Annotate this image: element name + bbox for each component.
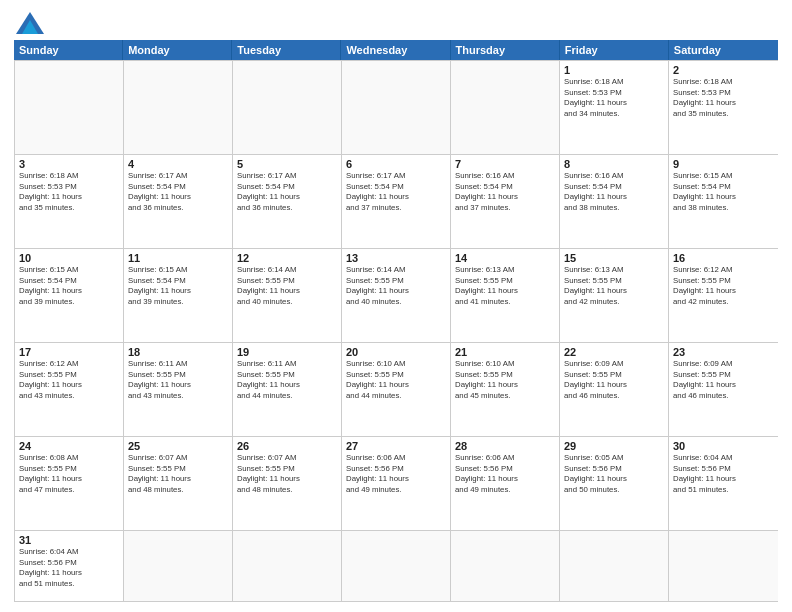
calendar-cell: 25Sunrise: 6:07 AM Sunset: 5:55 PM Dayli… xyxy=(124,437,233,530)
calendar-cell: 17Sunrise: 6:12 AM Sunset: 5:55 PM Dayli… xyxy=(15,343,124,436)
day-detail: Sunrise: 6:12 AM Sunset: 5:55 PM Dayligh… xyxy=(673,265,774,307)
day-detail: Sunrise: 6:13 AM Sunset: 5:55 PM Dayligh… xyxy=(455,265,555,307)
calendar-body: 1Sunrise: 6:18 AM Sunset: 5:53 PM Daylig… xyxy=(14,60,778,602)
calendar-cell: 23Sunrise: 6:09 AM Sunset: 5:55 PM Dayli… xyxy=(669,343,778,436)
logo-area xyxy=(14,12,44,34)
day-number: 17 xyxy=(19,346,119,358)
day-number: 26 xyxy=(237,440,337,452)
day-number: 3 xyxy=(19,158,119,170)
calendar-cell: 15Sunrise: 6:13 AM Sunset: 5:55 PM Dayli… xyxy=(560,249,669,342)
day-number: 23 xyxy=(673,346,774,358)
day-number: 24 xyxy=(19,440,119,452)
day-number: 19 xyxy=(237,346,337,358)
day-detail: Sunrise: 6:07 AM Sunset: 5:55 PM Dayligh… xyxy=(128,453,228,495)
day-detail: Sunrise: 6:12 AM Sunset: 5:55 PM Dayligh… xyxy=(19,359,119,401)
calendar-header: SundayMondayTuesdayWednesdayThursdayFrid… xyxy=(14,40,778,60)
calendar-cell: 16Sunrise: 6:12 AM Sunset: 5:55 PM Dayli… xyxy=(669,249,778,342)
header-cell-saturday: Saturday xyxy=(669,40,778,60)
day-number: 29 xyxy=(564,440,664,452)
calendar-cell xyxy=(342,61,451,154)
calendar-cell: 30Sunrise: 6:04 AM Sunset: 5:56 PM Dayli… xyxy=(669,437,778,530)
day-detail: Sunrise: 6:15 AM Sunset: 5:54 PM Dayligh… xyxy=(19,265,119,307)
day-number: 30 xyxy=(673,440,774,452)
day-detail: Sunrise: 6:14 AM Sunset: 5:55 PM Dayligh… xyxy=(237,265,337,307)
calendar-cell: 21Sunrise: 6:10 AM Sunset: 5:55 PM Dayli… xyxy=(451,343,560,436)
calendar-cell: 24Sunrise: 6:08 AM Sunset: 5:55 PM Dayli… xyxy=(15,437,124,530)
logo-icon xyxy=(16,12,44,34)
day-detail: Sunrise: 6:04 AM Sunset: 5:56 PM Dayligh… xyxy=(19,547,119,589)
day-detail: Sunrise: 6:14 AM Sunset: 5:55 PM Dayligh… xyxy=(346,265,446,307)
header-cell-monday: Monday xyxy=(123,40,232,60)
day-number: 6 xyxy=(346,158,446,170)
day-number: 27 xyxy=(346,440,446,452)
calendar-cell: 1Sunrise: 6:18 AM Sunset: 5:53 PM Daylig… xyxy=(560,61,669,154)
day-number: 4 xyxy=(128,158,228,170)
calendar-row-5: 31Sunrise: 6:04 AM Sunset: 5:56 PM Dayli… xyxy=(15,530,778,601)
day-detail: Sunrise: 6:17 AM Sunset: 5:54 PM Dayligh… xyxy=(128,171,228,213)
calendar-cell: 2Sunrise: 6:18 AM Sunset: 5:53 PM Daylig… xyxy=(669,61,778,154)
calendar-cell xyxy=(233,531,342,601)
day-detail: Sunrise: 6:15 AM Sunset: 5:54 PM Dayligh… xyxy=(673,171,774,213)
day-number: 10 xyxy=(19,252,119,264)
calendar-cell xyxy=(124,61,233,154)
day-detail: Sunrise: 6:04 AM Sunset: 5:56 PM Dayligh… xyxy=(673,453,774,495)
calendar-cell xyxy=(669,531,778,601)
calendar-cell: 18Sunrise: 6:11 AM Sunset: 5:55 PM Dayli… xyxy=(124,343,233,436)
calendar-cell: 4Sunrise: 6:17 AM Sunset: 5:54 PM Daylig… xyxy=(124,155,233,248)
day-detail: Sunrise: 6:18 AM Sunset: 5:53 PM Dayligh… xyxy=(673,77,774,119)
day-number: 25 xyxy=(128,440,228,452)
calendar-cell: 10Sunrise: 6:15 AM Sunset: 5:54 PM Dayli… xyxy=(15,249,124,342)
day-number: 20 xyxy=(346,346,446,358)
day-number: 31 xyxy=(19,534,119,546)
calendar-cell: 26Sunrise: 6:07 AM Sunset: 5:55 PM Dayli… xyxy=(233,437,342,530)
day-detail: Sunrise: 6:16 AM Sunset: 5:54 PM Dayligh… xyxy=(564,171,664,213)
day-detail: Sunrise: 6:07 AM Sunset: 5:55 PM Dayligh… xyxy=(237,453,337,495)
header-cell-sunday: Sunday xyxy=(14,40,123,60)
calendar-cell: 19Sunrise: 6:11 AM Sunset: 5:55 PM Dayli… xyxy=(233,343,342,436)
day-detail: Sunrise: 6:09 AM Sunset: 5:55 PM Dayligh… xyxy=(564,359,664,401)
day-number: 1 xyxy=(564,64,664,76)
calendar-row-4: 24Sunrise: 6:08 AM Sunset: 5:55 PM Dayli… xyxy=(15,436,778,530)
day-detail: Sunrise: 6:11 AM Sunset: 5:55 PM Dayligh… xyxy=(128,359,228,401)
day-detail: Sunrise: 6:10 AM Sunset: 5:55 PM Dayligh… xyxy=(455,359,555,401)
day-detail: Sunrise: 6:18 AM Sunset: 5:53 PM Dayligh… xyxy=(19,171,119,213)
day-detail: Sunrise: 6:17 AM Sunset: 5:54 PM Dayligh… xyxy=(346,171,446,213)
day-detail: Sunrise: 6:09 AM Sunset: 5:55 PM Dayligh… xyxy=(673,359,774,401)
calendar-cell: 29Sunrise: 6:05 AM Sunset: 5:56 PM Dayli… xyxy=(560,437,669,530)
day-detail: Sunrise: 6:08 AM Sunset: 5:55 PM Dayligh… xyxy=(19,453,119,495)
calendar-cell: 5Sunrise: 6:17 AM Sunset: 5:54 PM Daylig… xyxy=(233,155,342,248)
calendar-cell: 11Sunrise: 6:15 AM Sunset: 5:54 PM Dayli… xyxy=(124,249,233,342)
calendar-row-3: 17Sunrise: 6:12 AM Sunset: 5:55 PM Dayli… xyxy=(15,342,778,436)
day-number: 9 xyxy=(673,158,774,170)
day-number: 7 xyxy=(455,158,555,170)
day-number: 15 xyxy=(564,252,664,264)
day-detail: Sunrise: 6:05 AM Sunset: 5:56 PM Dayligh… xyxy=(564,453,664,495)
calendar-cell: 7Sunrise: 6:16 AM Sunset: 5:54 PM Daylig… xyxy=(451,155,560,248)
day-detail: Sunrise: 6:06 AM Sunset: 5:56 PM Dayligh… xyxy=(455,453,555,495)
day-number: 21 xyxy=(455,346,555,358)
day-detail: Sunrise: 6:15 AM Sunset: 5:54 PM Dayligh… xyxy=(128,265,228,307)
day-number: 12 xyxy=(237,252,337,264)
day-number: 28 xyxy=(455,440,555,452)
day-number: 16 xyxy=(673,252,774,264)
calendar-row-2: 10Sunrise: 6:15 AM Sunset: 5:54 PM Dayli… xyxy=(15,248,778,342)
calendar-cell: 3Sunrise: 6:18 AM Sunset: 5:53 PM Daylig… xyxy=(15,155,124,248)
calendar: SundayMondayTuesdayWednesdayThursdayFrid… xyxy=(14,40,778,602)
day-detail: Sunrise: 6:13 AM Sunset: 5:55 PM Dayligh… xyxy=(564,265,664,307)
day-number: 18 xyxy=(128,346,228,358)
calendar-cell: 14Sunrise: 6:13 AM Sunset: 5:55 PM Dayli… xyxy=(451,249,560,342)
calendar-cell: 28Sunrise: 6:06 AM Sunset: 5:56 PM Dayli… xyxy=(451,437,560,530)
header-cell-wednesday: Wednesday xyxy=(341,40,450,60)
calendar-cell: 6Sunrise: 6:17 AM Sunset: 5:54 PM Daylig… xyxy=(342,155,451,248)
day-detail: Sunrise: 6:10 AM Sunset: 5:55 PM Dayligh… xyxy=(346,359,446,401)
calendar-cell: 20Sunrise: 6:10 AM Sunset: 5:55 PM Dayli… xyxy=(342,343,451,436)
day-detail: Sunrise: 6:18 AM Sunset: 5:53 PM Dayligh… xyxy=(564,77,664,119)
day-number: 22 xyxy=(564,346,664,358)
calendar-cell: 9Sunrise: 6:15 AM Sunset: 5:54 PM Daylig… xyxy=(669,155,778,248)
day-number: 11 xyxy=(128,252,228,264)
calendar-cell xyxy=(342,531,451,601)
calendar-cell: 13Sunrise: 6:14 AM Sunset: 5:55 PM Dayli… xyxy=(342,249,451,342)
header-cell-tuesday: Tuesday xyxy=(232,40,341,60)
calendar-row-1: 3Sunrise: 6:18 AM Sunset: 5:53 PM Daylig… xyxy=(15,154,778,248)
day-number: 5 xyxy=(237,158,337,170)
